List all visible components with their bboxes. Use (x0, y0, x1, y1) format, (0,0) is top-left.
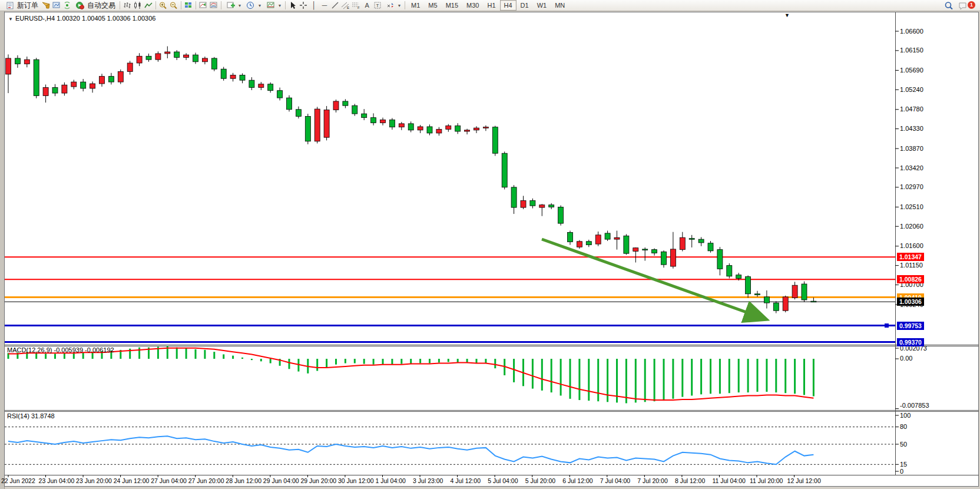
candle (34, 60, 39, 95)
chart-dropdown-icon[interactable]: ▼ (8, 16, 13, 22)
label-icon[interactable]: T (372, 1, 383, 11)
candle (193, 55, 198, 62)
timeframe-m15[interactable]: M15 (442, 0, 462, 11)
notification-badge[interactable]: 1 (968, 1, 975, 9)
candle (633, 248, 638, 252)
vertical-line-icon[interactable]: │ (309, 1, 319, 11)
timeframe-h1[interactable]: H1 (483, 0, 499, 11)
template-button[interactable]: ▾ (263, 1, 283, 11)
chart-canvas[interactable] (0, 0, 980, 489)
time-axis-label: 27 Jun 20:00 (188, 477, 224, 484)
candle (652, 250, 657, 253)
auto-trading-button[interactable]: 自动交易 (72, 1, 118, 11)
scroll-end-marker[interactable]: ▼ (784, 12, 790, 18)
zoom-out-icon[interactable] (168, 1, 179, 11)
price-tick-label: 1.03870 (900, 145, 923, 152)
channel-icon[interactable]: E (340, 1, 351, 11)
candle (43, 88, 48, 96)
timeframe-m30[interactable]: M30 (462, 0, 483, 11)
timeframe-mn[interactable]: MN (551, 0, 569, 11)
line-handle[interactable] (885, 323, 889, 328)
chevron-down-icon: ▾ (239, 3, 241, 8)
timeframe-m1[interactable]: M1 (407, 0, 424, 11)
candle (727, 266, 732, 276)
cursor-icon[interactable] (287, 1, 298, 11)
shapes-button[interactable]: ▾ (383, 1, 403, 11)
candle (211, 58, 217, 69)
time-axis-label: 27 Jun 04:00 (151, 477, 187, 484)
candle (436, 129, 442, 133)
search-icon[interactable] (943, 1, 954, 11)
rsi-line (8, 436, 813, 464)
chevron-down-icon: ▾ (259, 3, 261, 8)
bar-chart-icon[interactable] (122, 1, 133, 11)
crosshair-icon[interactable] (298, 1, 309, 11)
text-icon[interactable]: A (362, 1, 372, 11)
line-chart-icon[interactable] (143, 1, 154, 11)
timeframe-buttons: M1M5M15M30H1H4D1W1MN (407, 0, 569, 11)
time-axis-label: 28 Jun 12:00 (226, 477, 261, 484)
template-icon (266, 1, 276, 11)
indicator-window-icon[interactable] (198, 1, 208, 11)
candle (15, 58, 20, 64)
time-axis-label: 12 Jul 12:00 (787, 477, 821, 484)
time-axis-label: 1 Jul 04:00 (376, 477, 406, 484)
candle (605, 233, 610, 239)
candle (539, 205, 545, 207)
trendline-icon[interactable] (330, 1, 340, 11)
candle (764, 297, 769, 303)
price-tick-label: 1.06600 (900, 28, 923, 35)
tile-windows-icon[interactable] (183, 1, 194, 11)
candle (736, 275, 741, 279)
add-indicator-button[interactable]: ▾ (223, 1, 243, 11)
level-price-label: 1.00826 (897, 275, 924, 283)
candle (100, 77, 105, 84)
candle (287, 98, 292, 110)
shapes-icon (385, 1, 396, 11)
candle (6, 58, 11, 74)
zoom-in-icon[interactable] (158, 1, 168, 11)
auto-trading-label: 自动交易 (87, 1, 115, 11)
chat-icon[interactable] (958, 1, 968, 11)
chart-window-icon[interactable] (51, 1, 62, 11)
macd-label: MACD(12,26,9) -0.005939 -0.006192 (7, 346, 114, 353)
signal-icon[interactable] (62, 1, 72, 11)
indicator-split-icon[interactable] (208, 1, 219, 11)
svg-text:E: E (347, 6, 349, 9)
new-order-label: 新订单 (17, 1, 38, 11)
candle (511, 187, 517, 207)
timeframe-m5[interactable]: M5 (424, 0, 441, 11)
level-price-label: 1.01347 (897, 253, 924, 261)
time-axis-label: 29 Jun 04:00 (263, 477, 299, 484)
candle (81, 82, 86, 88)
timeframe-h4[interactable]: H4 (500, 0, 517, 11)
candle (595, 235, 601, 244)
toolbar-separator (181, 1, 181, 9)
candlestick-icon[interactable] (133, 1, 143, 11)
candle (324, 110, 329, 138)
candle (521, 200, 526, 207)
toolbar-separator (196, 1, 196, 9)
autotrade-icon (75, 1, 85, 11)
time-axis-label: 6 Jul 12:00 (562, 477, 592, 484)
mt4-window: 新订单 自动交易 (0, 0, 980, 489)
price-tick-label: 1.05690 (900, 67, 923, 74)
timeframe-d1[interactable]: D1 (517, 0, 533, 11)
new-order-button[interactable]: 新订单 (2, 1, 41, 11)
time-axis-label: 7 Jul 04:00 (600, 477, 630, 484)
candle (174, 52, 180, 57)
fibonacci-icon[interactable]: F (351, 1, 362, 11)
macd-signal-line (8, 348, 813, 400)
chart-title: ▼EURUSD-,H4 1.00320 1.00405 1.00306 1.00… (8, 15, 155, 22)
funnel-icon[interactable] (41, 1, 51, 11)
period-button[interactable]: ▾ (243, 1, 263, 11)
timeframe-w1[interactable]: W1 (533, 0, 551, 11)
toolbar-separator (405, 1, 405, 9)
horizontal-line-icon[interactable]: ─ (319, 1, 330, 11)
price-tick-label: 1.01600 (900, 242, 923, 249)
candle (717, 250, 723, 269)
candle (202, 58, 207, 62)
rsi-label: RSI(14) 31.8748 (7, 412, 55, 419)
candle (380, 120, 386, 123)
time-axis-label: 23 Jun 04:00 (39, 477, 75, 484)
